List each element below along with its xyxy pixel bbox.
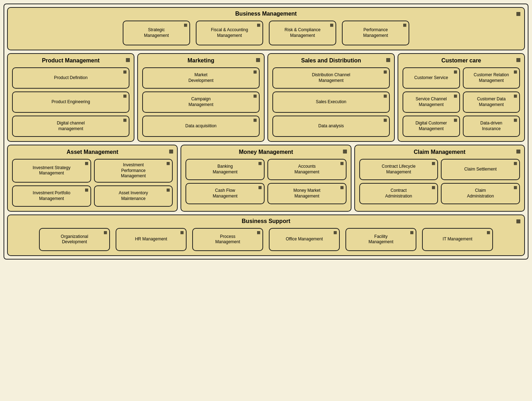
card-customer-data[interactable]: ▦ Customer DataManagement: [463, 91, 520, 113]
asset-management-section: Asset Management ▦ ▦ Investment Strategy…: [7, 145, 178, 212]
card-icon: ▦: [253, 118, 257, 122]
card-icon: ▦: [514, 94, 517, 98]
card-icon: ▦: [514, 161, 517, 166]
card-asset-inventory[interactable]: ▦ Asset InventoryMaintenance: [94, 185, 173, 207]
card-investment-portfolio[interactable]: ▦ Investment PortfolioManagement: [12, 185, 91, 207]
card-campaign-management[interactable]: ▦ CampaignManagement: [142, 91, 260, 113]
card-label: CampaignManagement: [188, 96, 213, 107]
card-data-acquisition[interactable]: ▦ Data acquisiition: [142, 116, 260, 137]
marketing-title: Marketing: [142, 57, 260, 64]
card-investment-strategy[interactable]: ▦ Investment StrategyManagement: [12, 159, 91, 183]
card-icon: ▦: [258, 185, 262, 190]
card-label: Customer DataManagement: [477, 96, 506, 107]
card-customer-service[interactable]: ▦ Customer Service: [403, 67, 460, 89]
customer-care-section: Customer care ▦ ▦ Customer Service ▦ Cus…: [398, 53, 525, 142]
card-product-engineering[interactable]: ▦ Product Engineering: [12, 91, 129, 113]
card-label: ClaimAdministration: [467, 188, 494, 199]
card-icon: ▦: [514, 118, 517, 122]
card-label: PerformanceManagement: [363, 27, 388, 38]
card-strategic-management[interactable]: ▦ StrategicManagement: [123, 21, 190, 45]
card-label: Investment StrategyManagement: [33, 165, 71, 176]
card-investment-performance[interactable]: ▦ InvestmentPerformanceManagement: [94, 159, 173, 183]
card-icon: ▦: [123, 69, 127, 74]
business-support-section: Business Support ▦ ▦ OrganizationalDevel…: [7, 215, 525, 256]
business-management-section: Business Management ▦ ▦ StrategicManagem…: [7, 7, 525, 50]
card-market-development[interactable]: ▦ MarketDevelopment: [142, 67, 260, 89]
card-icon: ▦: [410, 230, 414, 235]
card-icon: ▦: [432, 185, 435, 190]
customer-care-icon: ▦: [516, 57, 521, 62]
card-customer-relation[interactable]: ▦ Customer RelationManagement: [463, 67, 520, 89]
card-data-analysis[interactable]: ▦ Data analysis: [272, 116, 390, 137]
card-label: Data analysis: [318, 123, 344, 129]
card-icon: ▦: [85, 161, 88, 166]
card-icon: ▦: [454, 94, 457, 98]
card-icon: ▦: [85, 188, 88, 192]
card-icon: ▦: [257, 230, 260, 235]
card-icon: ▦: [383, 94, 387, 98]
card-icon: ▦: [383, 118, 387, 122]
card-icon: ▦: [383, 69, 387, 74]
card-icon: ▦: [487, 230, 490, 235]
card-digital-customer[interactable]: ▦ Digital CustomerManagement: [403, 116, 460, 137]
bs-cards: ▦ OrganizationalDevelopment ▦ HR Managem…: [12, 228, 520, 251]
card-distribution-channel[interactable]: ▦ Distribution ChannelManagement: [272, 67, 390, 89]
card-accounts-management[interactable]: ▦ AccountsManagement: [267, 159, 347, 180]
card-label: BankingManagement: [213, 164, 238, 175]
card-contract-lifecycle[interactable]: ▦ Contract LifecycleManagement: [359, 159, 438, 180]
sales-title: Sales and Distribution: [272, 57, 390, 64]
card-money-market[interactable]: ▦ Money MarketManagement: [267, 183, 347, 204]
card-claim-settlement[interactable]: ▦ Claim Settlement: [441, 159, 520, 180]
card-icon: ▦: [166, 161, 170, 166]
card-icon: ▦: [166, 188, 170, 192]
card-icon: ▦: [258, 161, 262, 166]
card-office-management[interactable]: ▦ Office Management: [269, 228, 340, 251]
card-fiscal-accounting[interactable]: ▦ Fiscal & AccountingManagement: [196, 21, 263, 45]
card-it-management[interactable]: ▦ IT Management: [422, 228, 493, 251]
card-data-driven-insurance[interactable]: ▦ Data-drivenInsurance: [463, 116, 520, 137]
page-wrapper: Business Management ▦ ▦ StrategicManagem…: [4, 4, 528, 260]
bm-cards: ▦ StrategicManagement ▦ Fiscal & Account…: [12, 21, 520, 45]
card-label: Investment PortfolioManagement: [33, 190, 70, 201]
card-icon: ▦: [340, 161, 344, 166]
card-facility-management[interactable]: ▦ FacilityManagement: [345, 228, 416, 251]
card-label: Service ChannelManagement: [416, 96, 447, 107]
card-sales-execution[interactable]: ▦ Sales Execution: [272, 91, 390, 113]
card-label: MarketDevelopment: [188, 72, 214, 83]
card-icon: ▦: [123, 94, 127, 98]
card-icon: ▦: [330, 23, 333, 27]
card-label: Sales Execution: [316, 99, 346, 105]
card-risk-compliance[interactable]: ▦ Risk & ComplianceManagement: [269, 21, 336, 45]
sales-distribution-section: Sales and Distribution ▦ ▦ Distribution …: [267, 53, 395, 142]
middle-row: Product Management ▦ ▦ Product Definitio…: [7, 53, 525, 142]
product-icon: ▦: [126, 57, 130, 62]
product-cards: ▦ Product Definition ▦ Product Engineeri…: [12, 67, 129, 137]
card-label: Asset InventoryMaintenance: [119, 190, 148, 201]
card-product-definition[interactable]: ▦ Product Definition: [12, 67, 129, 89]
card-performance-management[interactable]: ▦ PerformanceManagement: [342, 21, 409, 45]
card-hr-management[interactable]: ▦ HR Management: [116, 228, 187, 251]
card-digital-channel[interactable]: ▦ Digital channelmanagement: [12, 116, 129, 137]
bs-title: Business Support: [12, 218, 520, 224]
card-label: ContractAdministration: [385, 188, 412, 199]
card-label: Office Management: [286, 236, 323, 242]
marketing-cards: ▦ MarketDevelopment ▦ CampaignManagement…: [142, 67, 260, 137]
card-label: StrategicManagement: [144, 27, 169, 38]
card-banking-management[interactable]: ▦ BankingManagement: [185, 159, 265, 180]
card-claim-administration[interactable]: ▦ ClaimAdministration: [441, 183, 520, 204]
card-label: Money MarketManagement: [293, 188, 320, 199]
asset-title: Asset Management: [12, 149, 173, 155]
card-cash-flow[interactable]: ▦ Cash FlowManagement: [185, 183, 265, 204]
card-service-channel[interactable]: ▦ Service ChannelManagement: [403, 91, 460, 113]
card-process-management[interactable]: ▦ ProcessManagement: [192, 228, 263, 251]
card-contract-administration[interactable]: ▦ ContractAdministration: [359, 183, 438, 204]
claim-management-section: Claim Management ▦ ▦ Contract LifecycleM…: [354, 145, 525, 212]
card-label: Digital CustomerManagement: [415, 121, 447, 132]
card-label: Customer Service: [414, 75, 448, 81]
card-icon: ▦: [340, 185, 344, 190]
card-organizational-development[interactable]: ▦ OrganizationalDevelopment: [39, 228, 110, 251]
card-icon: ▦: [104, 230, 107, 235]
card-label: AccountsManagement: [294, 164, 319, 175]
card-label: FacilityManagement: [368, 234, 393, 245]
card-label: ProcessManagement: [215, 234, 240, 245]
